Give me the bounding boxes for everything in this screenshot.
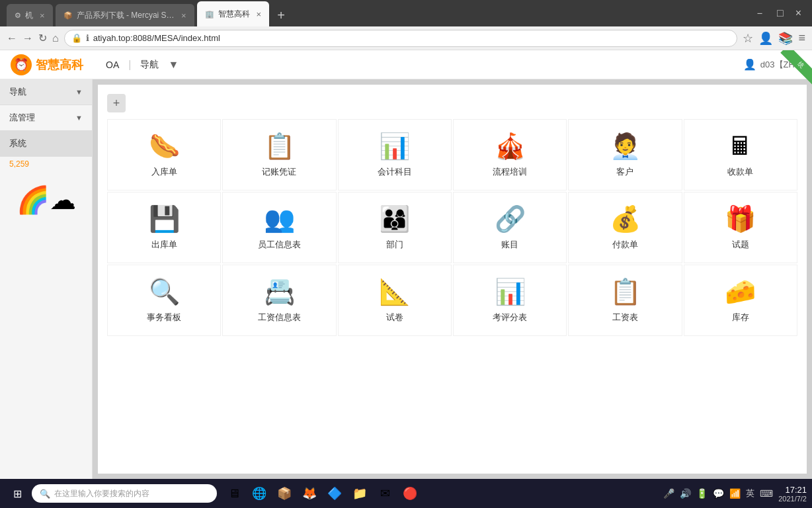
nav-back[interactable]: ← [7, 32, 17, 44]
taskbar-icon-firefox[interactable]: 🦊 [298, 482, 321, 505]
icon-card-zhangmu[interactable]: 🔗 账目 [453, 192, 567, 263]
profile-icon[interactable]: 👤 [758, 31, 773, 46]
icon-card-bumen[interactable]: 👨‍👩‍👦 部门 [338, 192, 452, 263]
jizhangpingzheng-icon: 📋 [264, 132, 295, 161]
tray-wifi[interactable]: 📶 [729, 488, 741, 499]
tray-battery[interactable]: 🔋 [696, 488, 708, 499]
shiti-label: 试题 [732, 239, 749, 251]
window-minimize[interactable]: － [749, 4, 770, 23]
tab-favicon-1: ⚙ [15, 11, 21, 20]
icon-card-kaopingfenbiao[interactable]: 📊 考评分表 [453, 265, 567, 336]
sidebar-item-navigation[interactable]: 导航 ▼ [0, 79, 92, 105]
taskbar-icon-edge[interactable]: 🔷 [323, 482, 346, 505]
yuangongxinxibiao-icon: 👥 [264, 204, 295, 233]
bookmark-icon[interactable]: ☆ [743, 31, 753, 46]
gongzixinxibiao-label: 工资信息表 [258, 312, 301, 323]
add-shortcut-button[interactable]: + [107, 94, 126, 112]
taskbar-icon-mail[interactable]: ✉ [373, 482, 397, 505]
taskbar-system-tray: 🎤 🔊 🔋 💬 📶 英 ⌨ 17:21 2021/7/2 [663, 485, 807, 503]
kucun-icon: 🧀 [725, 277, 756, 306]
taskbar: ⊞ 🔍 在这里输入你要搜索的内容 🖥 🌐 📦 🦊 🔷 📁 ✉ 🔴 🎤 🔊 🔋 💬… [0, 479, 812, 508]
fukudan-icon: 💰 [610, 204, 641, 233]
taskbar-start[interactable]: ⊞ [5, 482, 29, 505]
sidebar-mgmt-chevron: ▼ [75, 114, 83, 122]
taskbar-search-placeholder: 在这里输入你要搜索的内容 [54, 488, 149, 499]
kaopingfenbiao-icon: 📊 [495, 277, 526, 306]
icon-card-shoukundan[interactable]: 🖩 收款单 [684, 119, 797, 190]
taskbar-icon-explorer[interactable]: 📁 [348, 482, 372, 505]
nav-dropdown-icon[interactable]: ▼ [168, 59, 179, 71]
icon-card-rukudan[interactable]: 🌭 入库单 [107, 119, 221, 190]
tab-close-1[interactable]: × [40, 11, 45, 21]
liuchengpeixun-icon: 🎪 [495, 132, 526, 161]
sidebar-nav-chevron: ▼ [75, 88, 83, 96]
taskbar-search-icon: 🔍 [40, 489, 50, 499]
content-inner: + 🌭 入库单 📋 记账凭证 📊 会计科目 🎪 流程培训 [98, 85, 807, 474]
nav-oa[interactable]: OA [99, 56, 126, 74]
tray-keyboard[interactable]: ⌨ [760, 488, 773, 499]
sidebar-mgmt-label: 流管理 [9, 112, 35, 124]
tab-close-2[interactable]: × [181, 11, 186, 21]
shiti-icon: 🎁 [725, 204, 756, 233]
taskbar-clock[interactable]: 17:21 2021/7/2 [778, 485, 807, 503]
window-close[interactable]: × [790, 5, 807, 22]
icon-card-gongzibiao[interactable]: 📋 工资表 [568, 265, 682, 336]
nav-forward[interactable]: → [22, 32, 33, 44]
browser-tab-2[interactable]: 📦 产品系列下载 - Mercyai Software × [56, 4, 194, 26]
content-area: + 🌭 入库单 📋 记账凭证 📊 会计科目 🎪 流程培训 [93, 79, 812, 479]
sidebar-logo-area: 🌈☁ [0, 171, 92, 229]
kucun-label: 库存 [732, 312, 749, 323]
icon-card-shiwukanban[interactable]: 🔍 事务看板 [107, 265, 221, 336]
taskbar-icon-red[interactable]: 🔴 [398, 482, 422, 505]
icon-card-shiti[interactable]: 🎁 试题 [684, 192, 797, 263]
gongzixinxibiao-icon: 📇 [264, 277, 295, 306]
sidebar-section-system: 系统 [0, 131, 92, 157]
tray-mic[interactable]: 🎤 [663, 488, 674, 499]
collections-icon[interactable]: 📚 [778, 31, 793, 46]
tray-volume[interactable]: 🔊 [680, 488, 691, 499]
icon-card-liuchengpeixun[interactable]: 🎪 流程培训 [453, 119, 567, 190]
main-layout: 导航 ▼ 流管理 ▼ 系统 5,259 🌈☁ + [0, 79, 812, 479]
icon-card-fukudan[interactable]: 💰 付款单 [568, 192, 682, 263]
icon-card-kehu[interactable]: 🧑‍💼 客户 [568, 119, 682, 190]
browser-tab-3[interactable]: 🏢 智慧高科 × [197, 1, 270, 26]
tray-lang[interactable]: 英 [746, 487, 754, 499]
shijuan-label: 试卷 [386, 312, 403, 323]
tab-close-3[interactable]: × [257, 9, 262, 19]
corner-ribbon: 统 [766, 50, 812, 97]
icon-card-shijuan[interactable]: 📐 试卷 [338, 265, 452, 336]
app-logo[interactable]: ⏰ 智慧高科 [11, 54, 83, 75]
icon-card-jizhangpingzheng[interactable]: 📋 记账凭证 [222, 119, 336, 190]
sidebar-sys-label: 系统 [9, 138, 26, 149]
icon-card-kuaijikemu[interactable]: 📊 会计科目 [338, 119, 452, 190]
browser-chrome: ⚙ 机 × 📦 产品系列下载 - Mercyai Software × 🏢 智慧… [0, 0, 812, 50]
icon-card-kucun[interactable]: 🧀 库存 [684, 265, 797, 336]
taskbar-icon-chrome[interactable]: 🌐 [247, 482, 271, 505]
chukudan-icon: 💾 [149, 204, 180, 233]
icon-card-gongzixinxibiao[interactable]: 📇 工资信息表 [222, 265, 336, 336]
nav-home[interactable]: ⌂ [52, 32, 59, 44]
nav-navigation[interactable]: 导航 [134, 55, 165, 75]
sidebar-item-system[interactable]: 系统 [0, 131, 92, 156]
taskbar-icon-multitask[interactable]: 🖥 [222, 482, 246, 505]
sidebar-item-management[interactable]: 流管理 ▼ [0, 105, 92, 130]
tray-wechat[interactable]: 💬 [713, 488, 724, 499]
liuchengpeixun-label: 流程培训 [493, 166, 527, 178]
sidebar-count: 5,259 [0, 157, 92, 171]
tab-favicon-2: 📦 [63, 11, 73, 20]
icon-card-yuangongxinxibiao[interactable]: 👥 员工信息表 [222, 192, 336, 263]
taskbar-icon-store[interactable]: 📦 [272, 482, 296, 505]
address-bar[interactable] [93, 33, 731, 43]
tab-label-2: 产品系列下载 - Mercyai Software [77, 10, 175, 21]
bumen-label: 部门 [386, 239, 403, 251]
icon-card-chukudan[interactable]: 💾 出库单 [107, 192, 221, 263]
taskbar-search-box[interactable]: 🔍 在这里输入你要搜索的内容 [32, 484, 217, 503]
add-tab-button[interactable]: + [272, 4, 290, 26]
kehu-label: 客户 [616, 166, 633, 178]
menu-icon[interactable]: ≡ [798, 31, 805, 45]
nav-refresh[interactable]: ↻ [38, 32, 47, 44]
window-maximize[interactable]: □ [772, 5, 789, 22]
shiwukanban-label: 事务看板 [147, 312, 181, 323]
security-icon: 🔒 [71, 33, 82, 43]
browser-tab-1[interactable]: ⚙ 机 × [7, 4, 53, 26]
